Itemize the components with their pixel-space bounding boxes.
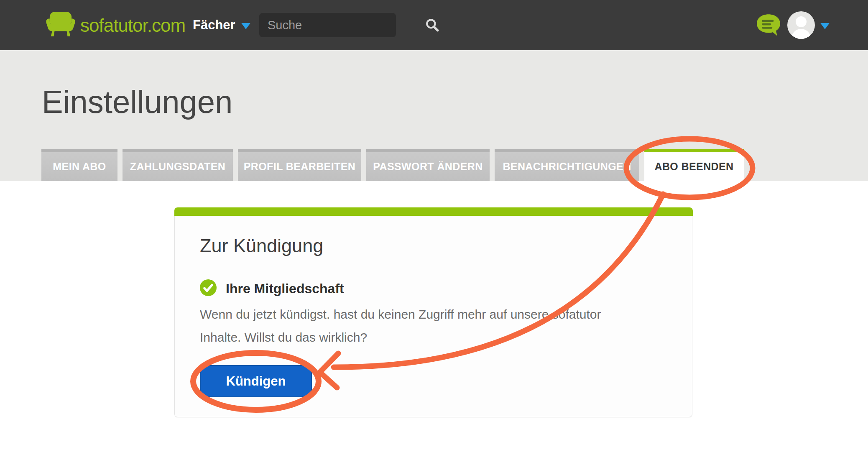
membership-label: Ihre Mitgliedschaft xyxy=(226,281,344,296)
avatar-head-shape xyxy=(796,16,807,27)
chat-bubble-icon xyxy=(756,31,782,38)
chevron-down-icon xyxy=(241,23,250,29)
search-box xyxy=(259,13,396,37)
user-menu[interactable] xyxy=(787,11,830,39)
cancellation-card: Zur Kündigung Ihre Mitgliedschaft Wenn d… xyxy=(174,207,692,417)
tab-benachrichtigungen[interactable]: BENACHRICHTIGUNGEN xyxy=(495,149,639,181)
user-menu-chevron-icon xyxy=(820,23,830,29)
cancel-button-label: Kündigen xyxy=(226,374,286,389)
settings-page: sofatutor.com Fächer xyxy=(0,0,868,460)
card-heading: Zur Kündigung xyxy=(200,235,323,257)
cancel-subscription-button[interactable]: Kündigen xyxy=(200,365,312,397)
tab-label: ABO BEENDEN xyxy=(654,161,733,173)
tab-label: PASSWORT ÄNDERN xyxy=(373,161,483,173)
tab-label: PROFIL BEARBEITEN xyxy=(244,161,355,173)
logo-text: sofatutor.com xyxy=(80,15,185,36)
tab-profil-bearbeiten[interactable]: PROFIL BEARBEITEN xyxy=(238,149,361,181)
card-accent-bar xyxy=(174,207,693,216)
tab-mein-abo[interactable]: MEIN ABO xyxy=(41,149,117,181)
card-body-text: Wenn du jetzt kündigst. hast du keinen Z… xyxy=(200,303,601,349)
tab-label: BENACHRICHTIGUNGEN xyxy=(503,161,631,173)
messages-button[interactable] xyxy=(756,14,782,39)
top-navbar: sofatutor.com Fächer xyxy=(0,0,868,50)
tab-abo-beenden[interactable]: ABO BEENDEN xyxy=(644,149,744,181)
nav-item-label: Fächer xyxy=(193,18,235,33)
search-icon[interactable] xyxy=(425,13,439,37)
tab-passwort-aendern[interactable]: PASSWORT ÄNDERN xyxy=(366,149,490,181)
card-body-line-2: Inhalte. Willst du das wirklich? xyxy=(200,326,601,349)
search-input[interactable] xyxy=(259,18,425,32)
check-icon xyxy=(200,279,217,298)
nav-item-faecher[interactable]: Fächer xyxy=(193,0,250,50)
tab-label: ZAHLUNGSDATEN xyxy=(130,161,225,173)
card-body-line-1: Wenn du jetzt kündigst. hast du keinen Z… xyxy=(200,303,601,326)
tab-label: MEIN ABO xyxy=(53,161,106,173)
logo[interactable]: sofatutor.com xyxy=(46,12,185,39)
avatar[interactable] xyxy=(787,11,815,39)
avatar-shoulders-shape xyxy=(791,29,811,39)
membership-status-row: Ihre Mitgliedschaft xyxy=(200,279,344,298)
sofa-logo-icon xyxy=(46,12,75,39)
tab-zahlungsdaten[interactable]: ZAHLUNGSDATEN xyxy=(123,149,233,181)
page-title: Einstellungen xyxy=(42,84,232,120)
